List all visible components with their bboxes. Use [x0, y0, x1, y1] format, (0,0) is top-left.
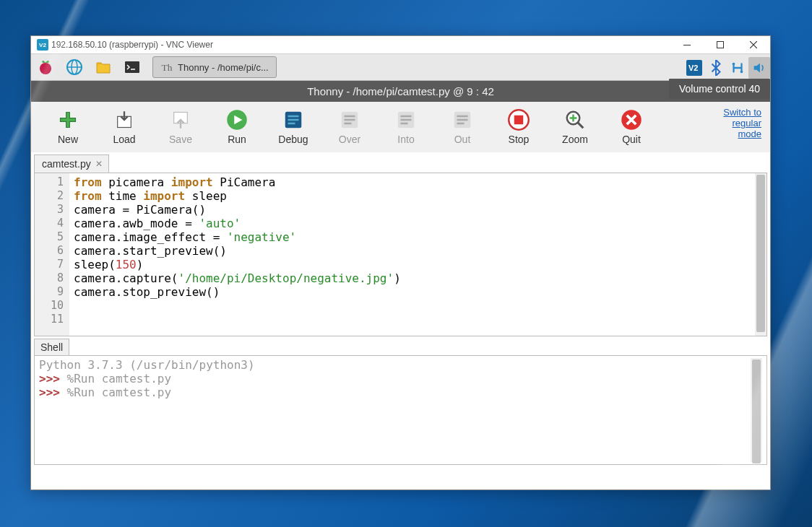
volume-icon[interactable]	[748, 57, 770, 79]
svg-text:V2: V2	[688, 64, 698, 72]
tool-label: Load	[113, 134, 135, 145]
svg-rect-6	[125, 61, 139, 73]
vnc-titlebar: V2 192.168.50.10 (raspberrypi) - VNC Vie…	[31, 36, 770, 54]
svg-rect-29	[457, 116, 468, 118]
svg-rect-1	[717, 42, 724, 48]
svg-point-3	[67, 60, 82, 74]
raspberry-menu-icon[interactable]	[32, 56, 59, 79]
svg-rect-17	[288, 116, 299, 118]
save-button[interactable]: Save	[152, 105, 209, 149]
svg-rect-23	[345, 123, 352, 125]
svg-rect-13	[118, 116, 131, 127]
close-tab-icon[interactable]: ✕	[95, 159, 103, 169]
svg-rect-21	[345, 116, 355, 118]
svg-rect-25	[401, 116, 412, 118]
svg-text:Th: Th	[162, 62, 173, 73]
stop-icon	[508, 109, 530, 131]
thonny-titlebar: Thonny - /home/pi/camtest.py @ 9 : 42	[31, 81, 770, 102]
play-icon	[226, 109, 248, 131]
svg-rect-16	[285, 112, 302, 129]
thonny-title-text: Thonny - /home/pi/camtest.py @ 9 : 42	[307, 85, 494, 97]
svg-rect-26	[401, 119, 412, 121]
zoom-icon	[564, 109, 586, 131]
tool-label: Out	[454, 134, 471, 145]
file-tab[interactable]: camtest.py ✕	[34, 154, 109, 173]
tool-label: New	[58, 134, 78, 145]
debug-icon	[282, 109, 304, 131]
zoom-button[interactable]: Zoom	[547, 105, 603, 149]
shell-content[interactable]: Python 3.7.3 (/usr/bin/python3)>>> %Run …	[39, 358, 751, 462]
switch-mode-link[interactable]: Switch to regular mode	[723, 108, 761, 140]
shell-panel[interactable]: Python 3.7.3 (/usr/bin/python3)>>> %Run …	[34, 355, 767, 465]
file-manager-icon[interactable]	[90, 56, 117, 79]
svg-rect-0	[683, 45, 691, 45]
svg-point-11	[733, 62, 735, 65]
svg-point-36	[621, 110, 642, 130]
close-button[interactable]	[737, 36, 770, 54]
terminal-icon[interactable]	[118, 56, 146, 79]
into-button: Into	[378, 105, 434, 149]
step-out-icon	[452, 109, 473, 131]
svg-rect-27	[401, 123, 408, 125]
code-editor[interactable]: 1234567891011 from picamera import PiCam…	[34, 173, 767, 336]
editor-scrollbar[interactable]	[755, 173, 766, 336]
debug-button[interactable]: Debug	[265, 105, 321, 149]
maximize-button[interactable]	[704, 36, 737, 54]
tool-label: Save	[169, 134, 192, 145]
stop-button[interactable]: Stop	[491, 105, 547, 149]
step-into-icon	[395, 109, 417, 131]
volume-tooltip: Volume control 40	[669, 79, 770, 99]
vnc-viewer-window: V2 192.168.50.10 (raspberrypi) - VNC Vie…	[30, 35, 771, 490]
svg-rect-9	[686, 60, 702, 76]
tool-label: Zoom	[562, 134, 588, 145]
quit-icon	[621, 109, 642, 131]
tool-label: Over	[339, 134, 360, 145]
vnc-app-icon: V2	[37, 39, 48, 51]
scrollbar-thumb[interactable]	[752, 360, 761, 463]
thonny-toolbar: New Load Save Run Debug Over Into Out	[31, 102, 770, 152]
file-tab-label: camtest.py	[42, 158, 91, 170]
tool-label: Into	[397, 134, 414, 145]
vnc-window-title: 192.168.50.10 (raspberrypi) - VNC Viewer	[51, 40, 213, 50]
taskbar-item-thonny[interactable]: Th Thonny - /home/pi/c...	[152, 56, 277, 78]
tool-label: Debug	[278, 134, 308, 145]
shell-tab-strip: Shell	[34, 336, 767, 355]
new-button[interactable]: New	[40, 105, 96, 149]
svg-line-35	[578, 123, 584, 129]
network-icon[interactable]	[727, 57, 748, 79]
code-content[interactable]: from picamera import PiCamerafrom time i…	[69, 173, 755, 336]
svg-point-34	[567, 112, 580, 125]
taskbar-item-label: Thonny - /home/pi/c...	[178, 62, 269, 73]
svg-rect-22	[345, 119, 355, 121]
bluetooth-icon[interactable]	[705, 57, 727, 79]
shell-scrollbar[interactable]	[751, 358, 762, 462]
svg-rect-30	[457, 119, 468, 121]
tool-label: Stop	[509, 134, 530, 145]
svg-rect-31	[457, 123, 465, 125]
step-over-icon	[339, 109, 360, 131]
svg-point-4	[72, 60, 77, 74]
svg-rect-33	[514, 116, 524, 125]
raspberrypi-taskbar: Th Thonny - /home/pi/c... V2 Volume cont…	[31, 54, 770, 81]
tool-label: Run	[228, 134, 246, 145]
line-number-gutter: 1234567891011	[35, 173, 69, 336]
over-button: Over	[321, 105, 378, 149]
svg-rect-20	[342, 112, 358, 129]
shell-tab[interactable]: Shell	[34, 339, 69, 355]
save-icon	[170, 109, 191, 131]
load-icon	[113, 109, 135, 131]
svg-rect-24	[398, 112, 415, 129]
load-button[interactable]: Load	[96, 105, 152, 149]
svg-point-32	[509, 110, 529, 130]
out-button: Out	[434, 105, 491, 149]
scrollbar-thumb[interactable]	[756, 175, 765, 332]
quit-button[interactable]: Quit	[603, 105, 660, 149]
run-button[interactable]: Run	[209, 105, 265, 149]
web-browser-icon[interactable]	[61, 56, 88, 79]
svg-rect-18	[288, 119, 299, 121]
svg-rect-19	[288, 123, 295, 125]
svg-rect-14	[174, 113, 188, 123]
vnc-tray-icon[interactable]: V2	[683, 57, 705, 79]
editor-tab-strip: camtest.py ✕	[34, 152, 767, 173]
minimize-button[interactable]	[670, 36, 704, 54]
